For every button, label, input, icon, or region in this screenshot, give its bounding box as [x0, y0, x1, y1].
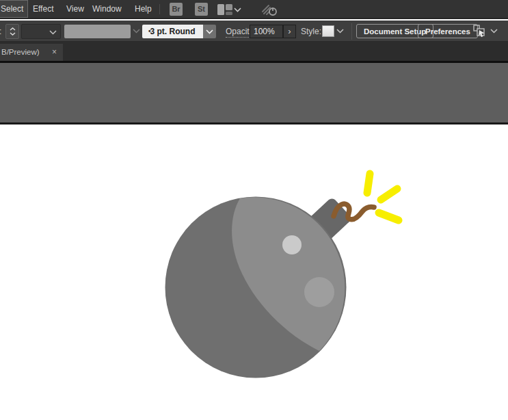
workspace-layout-icon[interactable] [217, 4, 232, 15]
style-label: Style: [301, 27, 321, 36]
stepper-up-icon[interactable] [10, 27, 16, 31]
opacity-expand-button[interactable]: › [283, 25, 296, 38]
style-chevron-icon[interactable] [336, 29, 344, 34]
select-similar-chevron-icon[interactable] [490, 29, 498, 34]
share-power-icon[interactable] [260, 2, 278, 17]
menu-view[interactable]: View [62, 0, 88, 18]
illustrator-window: Select Effect View Window Help Br St : [0, 0, 508, 420]
menu-window[interactable]: Window [88, 0, 126, 18]
document-tab-title: B/Preview) [1, 44, 40, 61]
menu-effect[interactable]: Effect [29, 0, 57, 18]
stock-icon[interactable]: St [195, 3, 208, 16]
width-profile-swatch[interactable] [64, 25, 131, 38]
control-bar-divider [351, 23, 352, 40]
menu-bar: Select Effect View Window Help Br St [0, 0, 508, 19]
brush-chevron-icon [206, 29, 213, 34]
preferences-button[interactable]: Preferences [418, 24, 478, 38]
menu-select[interactable]: Select [0, 0, 28, 18]
artboard-canvas[interactable] [0, 124, 508, 420]
stroke-weight-dropdown[interactable] [21, 24, 61, 39]
width-profile-chevron-icon [133, 29, 140, 34]
stroke-weight-chevron-icon [49, 30, 57, 35]
brush-definition-value: 3 pt. Round [150, 27, 196, 36]
pasteboard[interactable] [0, 63, 508, 122]
bridge-icon[interactable]: Br [170, 3, 183, 16]
brush-definition-dropdown[interactable]: • 3 pt. Round [142, 25, 203, 38]
menu-help[interactable]: Help [131, 0, 156, 18]
control-bar: : • 3 pt. Round Opacity: › Style: Docume… [0, 21, 508, 42]
style-swatch[interactable] [322, 25, 334, 37]
stroke-label-fragment: : [0, 27, 1, 36]
tab-close-icon[interactable]: × [52, 44, 57, 61]
opacity-input[interactable] [250, 25, 283, 38]
stepper-down-icon[interactable] [10, 32, 16, 36]
brush-preview-dot: • [148, 25, 151, 38]
menu-bar-divider [159, 4, 160, 14]
document-tab-bar: B/Preview) × [0, 42, 508, 63]
brush-definition-chevron-button[interactable] [203, 25, 216, 38]
document-tab[interactable]: B/Preview) × [0, 44, 63, 61]
workspace-chevron-down-icon[interactable] [234, 8, 241, 12]
stroke-weight-stepper[interactable] [5, 24, 19, 39]
select-similar-objects-icon[interactable] [472, 24, 487, 39]
